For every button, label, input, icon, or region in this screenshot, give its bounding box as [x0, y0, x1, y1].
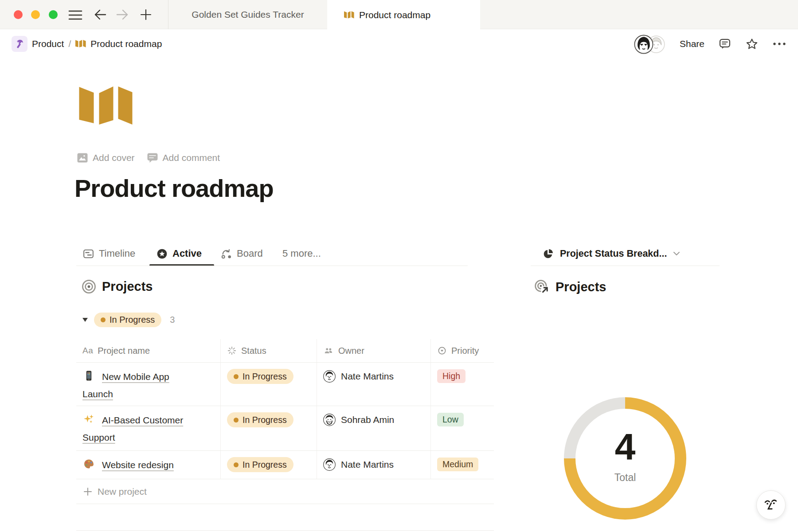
add-cover-button[interactable]: Add cover	[77, 153, 135, 163]
right-panel-divider	[531, 266, 720, 266]
notion-ai-button[interactable]	[756, 490, 786, 520]
page-icon-map[interactable]	[79, 86, 133, 127]
artist-palette-icon	[83, 458, 94, 469]
presence-avatars[interactable]	[634, 35, 666, 53]
page-header: Product / Product roadmap	[0, 29, 798, 59]
tab-active[interactable]: Active	[156, 245, 202, 262]
group-count: 3	[170, 315, 175, 325]
cell-owner[interactable]: Sohrab Amin	[317, 406, 431, 450]
status-dot	[234, 462, 239, 467]
zoom-window-button[interactable]	[49, 10, 58, 19]
hammer-icon	[15, 39, 24, 49]
share-button[interactable]: Share	[680, 39, 704, 49]
breadcrumb-separator: /	[68, 39, 71, 49]
cell-project-name[interactable]: AI-Based Customer Support	[76, 406, 221, 450]
priority-pill: Medium	[437, 458, 478, 471]
tab-timeline[interactable]: Timeline	[82, 245, 135, 262]
tab-golden-set-guides-tracker[interactable]: Golden Set Guides Tracker	[168, 0, 327, 29]
product-workspace-icon[interactable]	[12, 36, 27, 52]
minimize-window-button[interactable]	[31, 10, 40, 19]
views-divider	[76, 266, 468, 266]
linked-projects-title[interactable]: Projects	[555, 280, 606, 294]
sidebar-menu-icon[interactable]	[67, 10, 83, 20]
priority-icon	[437, 346, 447, 356]
chevron-down-icon	[673, 251, 680, 256]
image-icon	[77, 153, 88, 163]
cell-status[interactable]: In Progress	[221, 406, 317, 450]
comments-icon[interactable]	[718, 38, 732, 50]
chart-view-selector[interactable]: Project Status Breakd...	[543, 245, 680, 262]
priority-pill: High	[437, 369, 466, 383]
cell-priority[interactable]: High	[431, 363, 494, 406]
linked-projects-section-header: Projects	[534, 279, 606, 294]
breadcrumb-page[interactable]: Product roadmap	[90, 39, 162, 49]
comment-bubble-icon	[147, 153, 158, 163]
sparkles-icon	[83, 414, 94, 425]
cell-priority[interactable]: Medium	[431, 451, 494, 479]
add-comment-button[interactable]: Add comment	[147, 153, 220, 163]
table-bottom-divider	[76, 530, 494, 531]
text-type-icon: Aa	[82, 346, 93, 356]
linked-target-icon	[534, 279, 550, 294]
projects-section-header: Projects	[82, 279, 153, 294]
ai-face-icon	[763, 497, 779, 513]
back-icon[interactable]	[94, 9, 106, 20]
table-row: AI-Based Customer Support In Progress So…	[76, 406, 494, 451]
chart-total-label: Total	[556, 472, 694, 484]
new-project-button[interactable]: New project	[76, 479, 494, 504]
new-tab-icon[interactable]	[140, 9, 152, 20]
pie-chart-icon	[543, 248, 554, 259]
plus-icon	[83, 487, 92, 496]
table-row: New Mobile App Launch In Progress Nate M…	[76, 363, 494, 406]
tab-board[interactable]: Board	[220, 245, 263, 262]
project-link[interactable]: Website redesign	[102, 460, 174, 470]
page-title[interactable]: Product roadmap	[74, 174, 274, 203]
favorite-star-icon[interactable]	[745, 38, 759, 51]
window-titlebar: Golden Set Guides Tracker Product roadma…	[0, 0, 798, 29]
star-circle-icon	[156, 248, 168, 260]
owner-avatar	[323, 370, 336, 383]
column-header-project-name[interactable]: Aa Project name	[76, 339, 221, 362]
tab-product-roadmap[interactable]: Product roadmap	[327, 0, 480, 30]
breadcrumb-product[interactable]: Product	[32, 39, 64, 49]
header-actions: Share	[634, 29, 786, 59]
status-dot	[234, 418, 239, 422]
breadcrumb: Product / Product roadmap	[12, 29, 162, 59]
map-icon	[75, 39, 86, 48]
tab-label: Product roadmap	[359, 10, 430, 20]
chart-total-value: 4	[556, 428, 694, 466]
cell-project-name[interactable]: New Mobile App Launch	[76, 363, 221, 406]
mobile-phone-icon	[83, 370, 94, 381]
column-header-status[interactable]: Status	[221, 339, 317, 362]
more-views-button[interactable]: 5 more...	[282, 245, 321, 262]
priority-pill: Low	[437, 413, 464, 426]
collapse-toggle-icon[interactable]	[82, 318, 88, 322]
map-icon	[344, 11, 354, 20]
timeline-icon	[82, 248, 94, 260]
target-icon	[82, 279, 96, 294]
cell-project-name[interactable]: Website redesign	[76, 451, 221, 479]
forward-icon[interactable]	[116, 9, 129, 20]
projects-title[interactable]: Projects	[102, 279, 153, 294]
project-link[interactable]: New Mobile App Launch	[82, 372, 169, 399]
table-header-row: Aa Project name Status	[76, 339, 494, 363]
owner-avatar	[323, 414, 336, 426]
project-link[interactable]: AI-Based Customer Support	[82, 415, 183, 442]
cell-owner[interactable]: Nate Martins	[317, 363, 431, 406]
owner-avatar	[323, 458, 336, 471]
avatar-front	[634, 35, 653, 54]
group-status-pill[interactable]: In Progress	[94, 313, 161, 327]
status-spinner-icon	[227, 346, 237, 356]
cell-priority[interactable]: Low	[431, 406, 494, 450]
column-header-owner[interactable]: Owner	[317, 339, 431, 362]
board-flow-icon	[220, 248, 232, 260]
cell-status[interactable]: In Progress	[221, 451, 317, 479]
close-window-button[interactable]	[14, 10, 23, 19]
cell-status[interactable]: In Progress	[221, 363, 317, 406]
more-options-icon[interactable]	[772, 42, 786, 46]
table-row: Website redesign In Progress Nate Martin…	[76, 451, 494, 479]
column-header-priority[interactable]: Priority	[431, 339, 494, 362]
cell-owner[interactable]: Nate Martins	[317, 451, 431, 479]
group-in-progress: In Progress 3	[82, 313, 175, 327]
page-decoration-actions: Add cover Add comment	[77, 150, 220, 166]
